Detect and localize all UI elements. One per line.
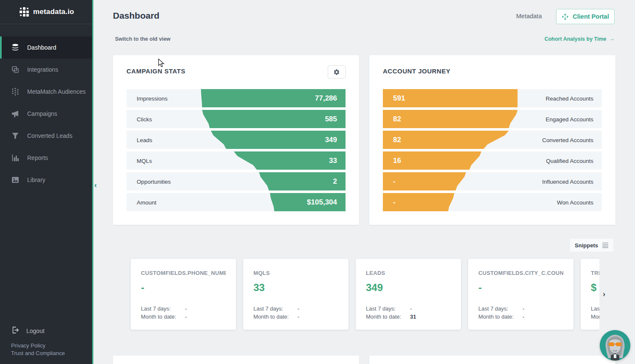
snippet-title: LEADS bbox=[366, 270, 451, 276]
campaign-stats-card: CAMPAIGN STATS Impressions77,286Clicks58… bbox=[113, 55, 359, 225]
stat-value: - bbox=[410, 305, 412, 312]
snippet-value: $ bbox=[591, 282, 599, 294]
stat-value: - bbox=[523, 314, 524, 320]
account-journey-funnel: Reached Accounts591Engaged Accounts82Con… bbox=[383, 89, 602, 214]
snippet-value: 349 bbox=[366, 282, 451, 294]
stat-label: Month to date: bbox=[366, 314, 410, 320]
stat-label: Last 7 days: bbox=[478, 305, 523, 312]
snippet-title: CUSTOMFIELDS.PHONE_NUMBER_ bbox=[141, 270, 226, 276]
funnel-row-value: 585 bbox=[325, 115, 337, 123]
snippet-stat-row: Last 7 days:- bbox=[478, 305, 569, 313]
snippet-value: - bbox=[478, 282, 563, 294]
funnel-row-value: 33 bbox=[329, 157, 337, 165]
funnel-row-amount: Amount$105,304 bbox=[126, 193, 346, 211]
sidebar-footer-links: Privacy Policy Trust and Compliance bbox=[11, 342, 65, 357]
sidebar-item-integrations[interactable]: Integrations bbox=[0, 59, 92, 81]
snippet-card-customfields-city-c-count[interactable]: CUSTOMFIELDS.CITY_C.COUNT-Last 7 days:-M… bbox=[468, 259, 573, 330]
trust-compliance-link[interactable]: Trust and Compliance bbox=[11, 350, 65, 357]
snippets-carousel: CUSTOMFIELDS.PHONE_NUMBER_-Last 7 days:-… bbox=[123, 255, 599, 335]
sidebar-item-library[interactable]: Library bbox=[0, 169, 92, 191]
snippets-button[interactable]: Snippets bbox=[570, 239, 613, 252]
sidebar-item-reports[interactable]: Reports bbox=[0, 147, 92, 169]
sidebar-item-label: Converted Leads bbox=[27, 132, 73, 139]
snippet-stat-rows: Last 7 days:-Month to date:- bbox=[253, 305, 344, 321]
page-title: Dashboard bbox=[113, 11, 160, 21]
snippet-value: - bbox=[141, 282, 226, 294]
snippet-stat-row: Month to date:31 bbox=[366, 313, 457, 321]
funnel-row-label: Influenced Accounts bbox=[542, 178, 593, 185]
cohort-analysis-link[interactable]: Cohort Analysis by Time → bbox=[545, 36, 615, 42]
snippet-title: TRIAL_REQUESTS.AMOUNT.SUM bbox=[591, 270, 599, 276]
snippet-value: 33 bbox=[253, 282, 338, 294]
sidebar-item-label: Dashboard bbox=[27, 44, 56, 51]
sidebar-item-label: MetaMatch Audiences bbox=[27, 88, 86, 95]
stat-value: - bbox=[298, 305, 299, 312]
campaign-stats-settings-button[interactable] bbox=[328, 65, 346, 78]
snippet-card-leads[interactable]: LEADS349Last 7 days:-Month to date:31 bbox=[356, 259, 461, 330]
snippet-card-customfields-phone-number-[interactable]: CUSTOMFIELDS.PHONE_NUMBER_-Last 7 days:-… bbox=[131, 259, 236, 330]
funnel-row-value: $105,304 bbox=[307, 198, 337, 207]
snippet-stat-row: Last 7 days: bbox=[591, 305, 599, 313]
sidebar-item-label: Reports bbox=[27, 154, 48, 161]
sidebar-item-dashboard[interactable]: Dashboard bbox=[0, 36, 92, 59]
funnel-row-label: Qualified Accounts bbox=[546, 157, 593, 164]
stat-label: Month to date: bbox=[141, 314, 185, 320]
stat-label: Last 7 days: bbox=[591, 305, 599, 312]
campaign-stats-title: CAMPAIGN STATS bbox=[126, 67, 185, 75]
snippet-stat-row: Last 7 days:- bbox=[253, 305, 344, 313]
logout-label: Logout bbox=[26, 328, 45, 334]
funnel-bar bbox=[126, 110, 346, 128]
snippet-stat-row: Last 7 days:- bbox=[366, 305, 457, 313]
funnel-icon bbox=[11, 132, 20, 140]
switch-old-view-link[interactable]: Switch to the old view bbox=[115, 36, 171, 42]
account-journey-card: ACCOUNT JOURNEY Reached Accounts591Engag… bbox=[369, 55, 615, 225]
dashboard-page: metadata.io DashboardIntegrationsMetaMat… bbox=[0, 0, 635, 364]
snippet-card-mqls[interactable]: MQLS33Last 7 days:-Month to date:- bbox=[243, 259, 348, 330]
privacy-policy-link[interactable]: Privacy Policy bbox=[11, 342, 65, 350]
sidebar-item-label: Integrations bbox=[27, 66, 58, 73]
logout-button[interactable]: Logout bbox=[11, 326, 45, 336]
stat-value: - bbox=[185, 314, 187, 320]
funnel-row-label: Converted Accounts bbox=[542, 137, 593, 143]
stat-label: Last 7 days: bbox=[141, 305, 185, 312]
funnel-row-label: Impressions bbox=[137, 95, 168, 101]
snippet-stat-rows: Last 7 days:-Month to date:31 bbox=[366, 305, 457, 321]
funnel-row-label: Engaged Accounts bbox=[545, 116, 593, 122]
sidebar-item-campaigns[interactable]: Campaigns bbox=[0, 103, 92, 125]
snippets-label: Snippets bbox=[575, 242, 598, 249]
funnel-row-label: MQLs bbox=[137, 157, 152, 164]
client-portal-arrows-icon bbox=[562, 13, 569, 20]
account-journey-title: ACCOUNT JOURNEY bbox=[383, 67, 450, 75]
stat-value: - bbox=[523, 305, 524, 312]
snippet-stat-rows: Last 7 days:Month to date: bbox=[591, 305, 599, 321]
funnel-row-impressions: Impressions77,286 bbox=[126, 89, 346, 107]
funnel-row-engaged-accounts: Engaged Accounts82 bbox=[383, 110, 602, 128]
client-portal-label: Client Portal bbox=[573, 13, 609, 20]
funnel-row-value: - bbox=[393, 177, 396, 186]
snippet-card-trial-requests-amount-sum[interactable]: TRIAL_REQUESTS.AMOUNT.SUM$Last 7 days:Mo… bbox=[581, 259, 599, 330]
funnel-row-value: 77,286 bbox=[315, 94, 337, 103]
client-portal-button[interactable]: Client Portal bbox=[556, 9, 615, 24]
snippet-stat-row: Month to date:- bbox=[141, 313, 232, 321]
audiences-icon bbox=[11, 87, 20, 96]
carousel-next-chevron-icon[interactable]: › bbox=[603, 288, 612, 300]
sidebar-item-label: Library bbox=[27, 176, 45, 183]
bottom-left-card bbox=[113, 356, 359, 364]
sidebar-item-metamatch-audiences[interactable]: MetaMatch Audiences bbox=[0, 81, 92, 103]
snippet-stat-row: Month to date:- bbox=[253, 313, 344, 321]
funnel-row-qualified-accounts: Qualified Accounts16 bbox=[383, 151, 602, 170]
logo[interactable]: metadata.io bbox=[0, 0, 92, 24]
user-avatar[interactable] bbox=[600, 330, 630, 361]
stat-label: Month to date: bbox=[253, 314, 298, 320]
snippet-title: MQLS bbox=[253, 270, 338, 276]
stat-value: 31 bbox=[410, 314, 416, 320]
sidebar-collapse-chevron-icon[interactable]: ‹ bbox=[94, 180, 101, 190]
funnel-row-value: 82 bbox=[393, 136, 401, 144]
funnel-row-value: 2 bbox=[333, 177, 337, 186]
sidebar-item-converted-leads[interactable]: Converted Leads bbox=[0, 125, 92, 147]
metadata-logo-icon bbox=[20, 7, 29, 17]
stat-label: Month to date: bbox=[591, 314, 599, 320]
funnel-row-label: Won Accounts bbox=[557, 199, 593, 205]
funnel-row-label: Opportunities bbox=[137, 178, 171, 185]
bar-chart-icon bbox=[11, 154, 20, 162]
